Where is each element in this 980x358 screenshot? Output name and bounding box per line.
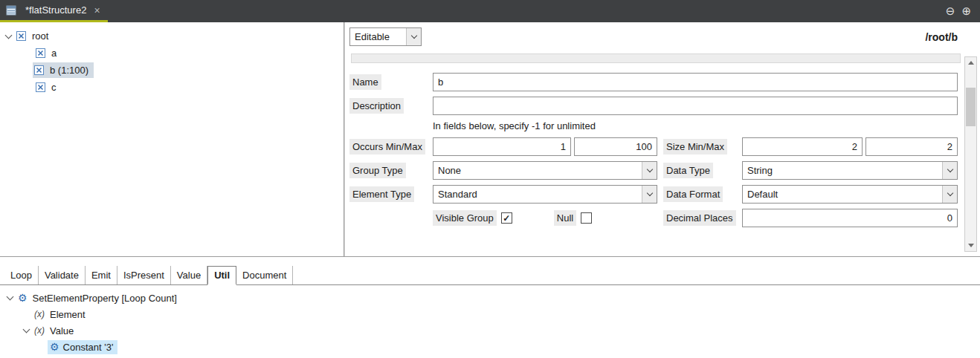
size-minmax-label: Size Min/Max [663, 139, 727, 154]
scrollbar-track[interactable] [965, 68, 976, 240]
tree-item-c[interactable]: c [0, 79, 344, 96]
occurs-minmax-label: Occurs Min/Max [349, 139, 425, 154]
tab-emit[interactable]: Emit [86, 266, 117, 284]
tab-label: Document [242, 270, 286, 281]
chevron-down-icon[interactable] [642, 186, 657, 203]
tree-item-b[interactable]: b (1:100) [0, 62, 344, 79]
editor-tab-flatstructure2[interactable]: *flatStructure2 × [0, 0, 108, 22]
element-path: /root/b [925, 31, 958, 43]
chevron-down-icon[interactable] [942, 186, 957, 203]
function-icon: (x) [34, 309, 45, 319]
tree-item-a[interactable]: a [0, 45, 344, 62]
chevron-down-icon[interactable] [7, 293, 14, 301]
occurs-size-row: Occurs Min/Max Size Min/Max [349, 137, 958, 156]
element-type-format-row: Element Type Standard Data Format Defaul… [349, 185, 958, 204]
checkbox-row: Visible Group ✓ Null Decimal Places [349, 209, 958, 227]
properties-form: Name Description In fields below, specif… [349, 73, 958, 227]
scroll-up-icon[interactable] [965, 57, 976, 68]
editor-tab-bar: *flatStructure2 × ⊖ ⊕ [0, 0, 980, 22]
tab-strip-spacer [293, 266, 980, 284]
gear-icon: ⚙ [50, 342, 59, 352]
name-label: Name [349, 74, 381, 90]
horizontal-splitter[interactable] [0, 257, 980, 266]
null-checkbox[interactable] [581, 212, 592, 224]
occurs-min-input[interactable] [433, 137, 571, 156]
element-icon [36, 82, 46, 92]
vertical-scrollbar[interactable] [964, 56, 977, 252]
unlimited-hint: In fields below, specify -1 for unlimite… [349, 120, 958, 131]
scrollbar-thumb[interactable] [966, 88, 976, 126]
scroll-down-icon[interactable] [965, 240, 976, 251]
chevron-down-icon[interactable] [23, 326, 30, 333]
util-selection: ⚙ Constant '3' [48, 340, 117, 354]
data-type-value: String [743, 162, 942, 179]
chevron-down-icon[interactable] [5, 31, 13, 39]
size-min-input[interactable] [742, 137, 863, 156]
group-type-dropdown[interactable]: None [433, 161, 657, 180]
tree-item-root[interactable]: root [0, 27, 344, 45]
decimal-places-input[interactable] [742, 209, 958, 227]
util-item-label: SetElementProperty [Loop Count] [31, 292, 178, 305]
tab-loop[interactable]: Loop [4, 266, 39, 284]
occurs-max-input[interactable] [574, 137, 657, 156]
data-type-label: Data Type [663, 163, 713, 178]
tab-document[interactable]: Document [236, 266, 293, 284]
tab-value[interactable]: Value [171, 266, 207, 284]
tab-label: Emit [91, 270, 111, 281]
util-item-value[interactable]: (x) Value [0, 322, 980, 339]
collapsed-section-bar[interactable] [351, 53, 961, 63]
tab-close-icon[interactable]: × [94, 4, 100, 16]
element-icon [34, 65, 45, 75]
editor-body: root a b (1:100) c [0, 22, 980, 257]
util-item-label: Constant '3' [63, 342, 114, 353]
description-row: Description [349, 97, 958, 115]
name-input[interactable] [433, 73, 958, 91]
data-type-dropdown[interactable]: String [742, 161, 958, 180]
group-type-value: None [433, 162, 642, 179]
view-controls: ⊖ ⊕ [946, 0, 980, 22]
tree-item-label: a [50, 47, 58, 59]
data-format-dropdown[interactable]: Default [742, 185, 958, 204]
description-input[interactable] [433, 97, 958, 115]
tree-item-label: b (1:100) [48, 64, 90, 77]
chevron-down-icon[interactable] [642, 162, 657, 179]
util-item-label: Value [48, 325, 75, 337]
tab-bar-spacer [108, 0, 946, 22]
maximize-view-icon[interactable]: ⊕ [961, 4, 971, 18]
tab-validate[interactable]: Validate [39, 266, 86, 284]
editable-mode-dropdown[interactable]: Editable [349, 27, 422, 46]
bottom-tab-strip: Loop Validate Emit IsPresent Value Util … [0, 266, 980, 285]
data-format-value: Default [743, 186, 942, 203]
tab-title: *flatStructure2 [25, 4, 86, 16]
element-icon [36, 48, 46, 58]
gear-icon: ⚙ [18, 293, 28, 303]
minimize-view-icon[interactable]: ⊖ [946, 4, 955, 18]
tab-util[interactable]: Util [207, 266, 236, 285]
size-max-input[interactable] [865, 137, 958, 156]
function-icon: (x) [34, 325, 45, 336]
util-item-label: Element [48, 308, 87, 321]
tab-label: IsPresent [123, 270, 164, 281]
util-tree: ⚙ SetElementProperty [Loop Count] (x) El… [0, 285, 980, 355]
check-mark-icon: ✓ [503, 214, 510, 223]
tab-label: Value [177, 270, 201, 281]
editable-mode-value: Editable [350, 28, 406, 45]
visible-group-checkbox[interactable]: ✓ [501, 212, 512, 224]
flat-structure-icon [6, 5, 16, 16]
util-item-constant[interactable]: ⚙ Constant '3' [0, 339, 980, 355]
description-label: Description [349, 98, 404, 114]
element-type-label: Element Type [349, 186, 414, 202]
chevron-down-icon[interactable] [406, 28, 421, 45]
structure-tree-panel: root a b (1:100) c [0, 22, 344, 256]
tab-label: Loop [10, 270, 32, 281]
util-item-setelementproperty[interactable]: ⚙ SetElementProperty [Loop Count] [0, 290, 980, 306]
tab-ispresent[interactable]: IsPresent [117, 266, 171, 284]
properties-header: Editable /root/b [349, 27, 958, 46]
tab-label: Validate [45, 270, 79, 281]
group-data-type-row: Group Type None Data Type String [349, 161, 958, 180]
util-item-element[interactable]: (x) Element [0, 306, 980, 322]
chevron-down-icon[interactable] [942, 162, 957, 179]
element-type-dropdown[interactable]: Standard [433, 185, 657, 204]
null-label: Null [554, 210, 576, 226]
element-type-value: Standard [433, 186, 642, 203]
